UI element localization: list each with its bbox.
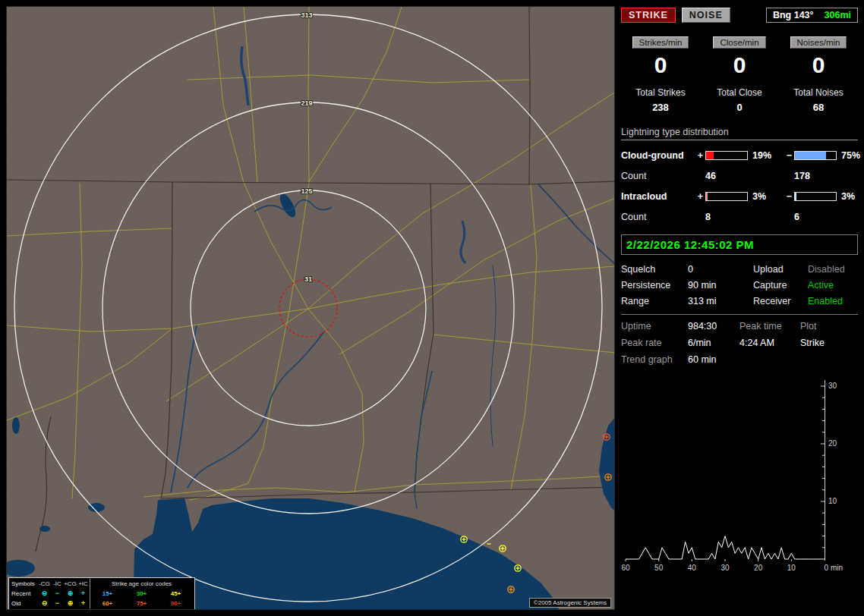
cloud-ground-row: Cloud-ground + 19% − 75% [621,145,858,165]
legend-old-label: Old [11,599,38,608]
cloud-ground-label: Cloud-ground [621,150,695,161]
map-canvas[interactable]: 313 219 125 31 [7,7,615,610]
pos-ic-icon: + [77,599,90,608]
app-window: 313 219 125 31 Symbols -CG -IC +CG +IC S… [0,0,864,616]
age-code: 45+ [171,589,181,599]
ic-positive-bar [705,192,748,201]
cg-negative-count: 178 [794,171,841,181]
age-code: 75+ [137,599,147,608]
ic-positive-count: 8 [705,212,752,222]
stats-grid: Uptime 984:30 Peak time Plot Peak rate 6… [621,321,858,365]
ring-label-125: 125 [301,187,312,195]
divider [621,314,858,315]
map-legend: Symbols -CG -IC +CG +IC Strike age color… [8,577,195,610]
total-close-value: 0 [700,102,779,113]
trend-graph-window: 60 min [688,354,739,365]
legend-symbols-header: Symbols [11,579,38,589]
cg-positive-pct: 19% [752,150,784,161]
age-code: 60+ [102,599,113,608]
strikes-per-min-label: Strikes/min [632,36,689,49]
count-label: Count [621,212,695,222]
total-noises-value: 68 [779,102,858,113]
noises-per-min-column: Noises/min 0 Total Noises 68 [779,36,858,113]
receiver-label: Receiver [753,296,808,306]
legend-col-pos-ic: +IC [77,579,90,589]
axis-tick-label: 20 [828,439,837,448]
peak-time-value: 4:24 AM [739,338,800,348]
capture-status: Active [808,280,858,291]
legend-col-neg-ic: -IC [51,579,64,589]
upload-label: Upload [753,264,808,275]
cg-negative-pct: 75% [841,150,860,161]
pos-cg-icon: ⊕ [64,599,77,608]
legend-header-row: Symbols -CG -IC +CG +IC Strike age color… [11,579,193,589]
legend-age-header-wrap: Strike age color codes [90,579,193,589]
squelch-value: 0 [688,264,753,275]
ring-label-31: 31 [304,275,312,283]
legend-age-header: Strike age color codes [112,579,172,589]
total-strikes-value: 238 [621,102,700,113]
legend-col-neg-cg: -CG [38,579,51,589]
ring-label-313: 313 [301,11,312,19]
age-code: 90+ [171,599,181,608]
neg-cg-icon: ⊖ [38,589,51,599]
intracloud-row: Intracloud + 3% − 3% [621,186,858,206]
axis-tick-label: 20 [754,564,763,572]
peak-rate-label: Peak rate [621,338,688,348]
squelch-label: Squelch [621,264,688,275]
uptime-label: Uptime [621,321,688,332]
plus-sign: + [695,191,705,202]
noises-per-min-value: 0 [779,52,858,78]
bearing-label: Bng 143° [773,10,814,20]
pos-cg-icon: ⊕ [64,589,77,599]
close-per-min-column: Close/min 0 Total Close 0 [700,36,779,113]
trend-graph: 1020306050403020100 min [621,371,858,580]
ic-negative-pct: 3% [841,191,858,202]
axis-tick-label: 30 [721,564,730,572]
legend-recent-label: Recent [11,589,38,599]
axis-tick-label: 10 [787,564,796,572]
total-strikes-label: Total Strikes [621,87,700,98]
strike-mode-button[interactable]: STRIKE [621,8,676,23]
total-close-label: Total Close [700,87,779,98]
persistence-label: Persistence [621,280,688,291]
peak-time-label: Peak time [739,321,800,332]
plus-sign: + [695,150,705,161]
trend-chart-canvas: 1020306050403020100 min [621,371,858,580]
neg-cg-icon: ⊖ [38,599,51,608]
legend-col-pos-cg: +CG [64,579,77,589]
bearing-readout: Bng 143° 306mi [766,8,858,23]
bearing-range: 306mi [825,10,851,20]
strikes-per-min-column: Strikes/min 0 Total Strikes 238 [621,36,700,113]
rate-counters: Strikes/min 0 Total Strikes 238 Close/mi… [621,36,858,113]
ic-negative-bar [794,192,837,201]
top-toolbar: STRIKE NOISE Bng 143° 306mi [621,8,858,23]
noise-mode-button[interactable]: NOISE [682,8,730,23]
legend-old-row: Old ⊖ − ⊕ + 60+ 75+ 90+ [11,599,193,608]
strike-map[interactable]: 313 219 125 31 Symbols -CG -IC +CG +IC S… [6,6,615,610]
axis-tick-label: 50 [654,564,664,572]
date-time-display: 2/22/2026 12:45:02 PM [621,234,858,255]
receiver-status: Enabled [808,296,858,306]
ic-negative-count: 6 [794,212,841,222]
neg-ic-icon: − [51,589,64,599]
neg-ic-icon: − [51,599,64,608]
age-code: 30+ [137,589,147,599]
upload-status: Disabled [808,264,858,275]
copyright-notice: ©2005 Astrogenic Systems [529,598,611,608]
cg-positive-bar [705,151,748,160]
settings-grid: Squelch 0 Upload Disabled Persistence 90… [621,264,858,306]
trend-line [626,536,825,559]
minus-sign: − [784,150,794,161]
legend-old-ages: 60+ 75+ 90+ [90,599,193,608]
range-value: 313 mi [688,296,753,306]
uptime-value: 984:30 [688,321,739,332]
legend-recent-row: Recent ⊖ − ⊕ + 15+ 30+ 45+ [11,589,193,599]
status-panel: STRIKE NOISE Bng 143° 306mi Strikes/min … [621,8,858,610]
intracloud-count-row: Count 8 6 [621,206,858,227]
strikes-per-min-value: 0 [621,52,700,78]
noises-per-min-label: Noises/min [790,36,847,49]
axis-tick-label: 60 [621,564,630,572]
axis-tick-label: 0 min [825,564,843,572]
total-noises-label: Total Noises [779,87,858,98]
